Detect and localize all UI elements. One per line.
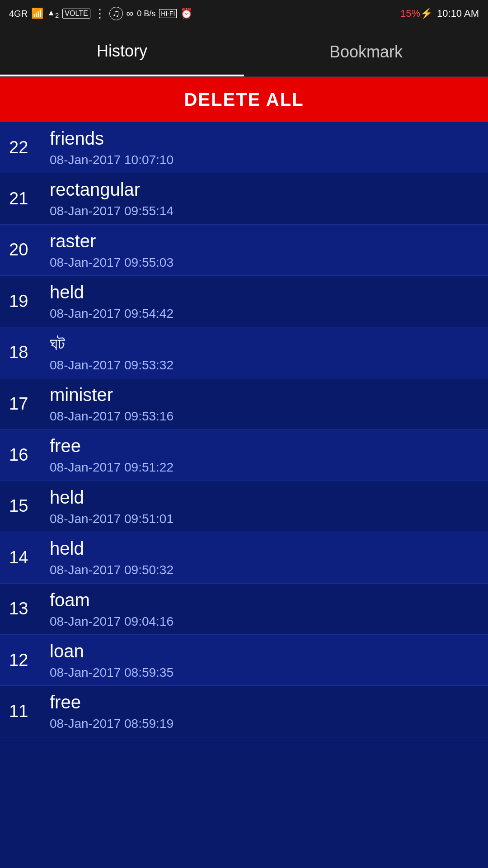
item-content: held 08-Jan-2017 09:50:32 bbox=[45, 537, 488, 578]
item-content: free 08-Jan-2017 08:59:19 bbox=[45, 690, 488, 732]
item-word: friends bbox=[50, 127, 488, 150]
item-number: 21 bbox=[0, 189, 45, 208]
battery-level: 15%⚡ bbox=[400, 8, 432, 19]
item-date: 08-Jan-2017 10:07:10 bbox=[50, 152, 488, 168]
music-icon: ♫ bbox=[109, 7, 123, 20]
item-content: foam 08-Jan-2017 09:04:16 bbox=[45, 588, 488, 630]
history-item[interactable]: 11 free 08-Jan-2017 08:59:19 bbox=[0, 686, 488, 737]
tab-history[interactable]: History bbox=[0, 27, 244, 76]
signal-icon: 📶 bbox=[31, 8, 43, 19]
item-content: free 08-Jan-2017 09:51:22 bbox=[45, 434, 488, 476]
status-left: 4GR 📶 ▲2 VOLTE ⋮ ♫ ∞ 0 B/s HI-FI ⏰ bbox=[9, 7, 192, 21]
item-date: 08-Jan-2017 09:50:32 bbox=[50, 562, 488, 578]
delete-all-button[interactable]: DELETE ALL bbox=[0, 77, 488, 122]
item-word: held bbox=[50, 280, 488, 304]
item-content: rectangular 08-Jan-2017 09:55:14 bbox=[45, 178, 488, 219]
item-number: 22 bbox=[0, 138, 45, 157]
volte-badge: VOLTE bbox=[62, 9, 90, 19]
item-word: held bbox=[50, 486, 488, 509]
item-number: 13 bbox=[0, 599, 45, 618]
item-word: free bbox=[50, 434, 488, 458]
item-number: 18 bbox=[0, 343, 45, 362]
status-bar: 4GR 📶 ▲2 VOLTE ⋮ ♫ ∞ 0 B/s HI-FI ⏰ 15%⚡ … bbox=[0, 0, 488, 27]
item-word: ঘট bbox=[50, 332, 488, 355]
item-word: free bbox=[50, 690, 488, 714]
item-date: 08-Jan-2017 09:53:32 bbox=[50, 357, 488, 373]
item-number: 11 bbox=[0, 702, 45, 721]
hifi-icon: HI-FI bbox=[159, 9, 177, 18]
item-number: 16 bbox=[0, 445, 45, 465]
item-number: 17 bbox=[0, 394, 45, 414]
history-item[interactable]: 13 foam 08-Jan-2017 09:04:16 bbox=[0, 584, 488, 635]
item-date: 08-Jan-2017 09:54:42 bbox=[50, 306, 488, 322]
item-number: 19 bbox=[0, 292, 45, 311]
item-number: 14 bbox=[0, 548, 45, 567]
status-right: 15%⚡ 10:10 AM bbox=[400, 8, 479, 19]
carrier-info: 4GR bbox=[9, 9, 28, 19]
menu-icon: ⋮ bbox=[94, 7, 106, 21]
item-date: 08-Jan-2017 09:04:16 bbox=[50, 613, 488, 630]
item-date: 08-Jan-2017 08:59:35 bbox=[50, 665, 488, 681]
item-date: 08-Jan-2017 09:51:01 bbox=[50, 511, 488, 527]
voicemail-icon: ∞ bbox=[127, 8, 134, 19]
item-number: 12 bbox=[0, 651, 45, 670]
item-date: 08-Jan-2017 09:55:14 bbox=[50, 203, 488, 219]
time-display: 10:10 AM bbox=[437, 8, 479, 19]
history-item[interactable]: 16 free 08-Jan-2017 09:51:22 bbox=[0, 429, 488, 481]
item-number: 20 bbox=[0, 240, 45, 259]
history-item[interactable]: 15 held 08-Jan-2017 09:51:01 bbox=[0, 481, 488, 532]
item-number: 15 bbox=[0, 496, 45, 516]
item-date: 08-Jan-2017 09:51:22 bbox=[50, 459, 488, 476]
history-item[interactable]: 17 minister 08-Jan-2017 09:53:16 bbox=[0, 378, 488, 429]
item-word: rectangular bbox=[50, 178, 488, 201]
data-speed: 0 B/s bbox=[137, 9, 155, 19]
item-content: raster 08-Jan-2017 09:55:03 bbox=[45, 229, 488, 271]
history-list: 22 friends 08-Jan-2017 10:07:10 21 recta… bbox=[0, 122, 488, 737]
alarm-icon: ⏰ bbox=[180, 8, 192, 19]
item-content: ঘট 08-Jan-2017 09:53:32 bbox=[45, 332, 488, 373]
item-word: raster bbox=[50, 229, 488, 253]
item-content: loan 08-Jan-2017 08:59:35 bbox=[45, 639, 488, 681]
item-word: loan bbox=[50, 639, 488, 663]
history-item[interactable]: 20 raster 08-Jan-2017 09:55:03 bbox=[0, 225, 488, 276]
item-word: foam bbox=[50, 588, 488, 612]
item-content: friends 08-Jan-2017 10:07:10 bbox=[45, 127, 488, 168]
tab-bar: History Bookmark bbox=[0, 27, 488, 77]
carrier2-info: ▲2 bbox=[47, 8, 59, 19]
item-content: held 08-Jan-2017 09:51:01 bbox=[45, 486, 488, 527]
item-word: minister bbox=[50, 383, 488, 406]
item-date: 08-Jan-2017 08:59:19 bbox=[50, 716, 488, 732]
tab-bookmark[interactable]: Bookmark bbox=[244, 27, 488, 76]
history-item[interactable]: 21 rectangular 08-Jan-2017 09:55:14 bbox=[0, 173, 488, 224]
item-date: 08-Jan-2017 09:53:16 bbox=[50, 408, 488, 425]
item-date: 08-Jan-2017 09:55:03 bbox=[50, 255, 488, 271]
history-item[interactable]: 18 ঘট 08-Jan-2017 09:53:32 bbox=[0, 327, 488, 378]
history-item[interactable]: 12 loan 08-Jan-2017 08:59:35 bbox=[0, 635, 488, 686]
history-item[interactable]: 19 held 08-Jan-2017 09:54:42 bbox=[0, 276, 488, 327]
item-content: held 08-Jan-2017 09:54:42 bbox=[45, 280, 488, 322]
item-content: minister 08-Jan-2017 09:53:16 bbox=[45, 383, 488, 425]
history-item[interactable]: 14 held 08-Jan-2017 09:50:32 bbox=[0, 532, 488, 583]
history-item[interactable]: 22 friends 08-Jan-2017 10:07:10 bbox=[0, 122, 488, 173]
item-word: held bbox=[50, 537, 488, 560]
